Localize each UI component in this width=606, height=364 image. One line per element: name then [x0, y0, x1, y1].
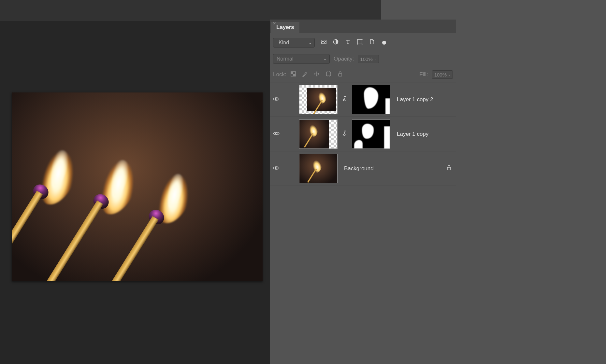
- opacity-value: 100%: [360, 56, 372, 62]
- visibility-toggle[interactable]: [272, 96, 280, 103]
- panel-tabstrip: Layers: [270, 20, 456, 33]
- fill-input[interactable]: 100% ⌄: [432, 70, 453, 79]
- layer-row[interactable]: Background: [270, 151, 456, 186]
- visibility-toggle[interactable]: [272, 131, 280, 137]
- svg-rect-12: [293, 74, 296, 76]
- lock-label: Lock:: [273, 71, 286, 78]
- filter-adjustment-icon[interactable]: [333, 39, 339, 47]
- document-canvas[interactable]: [12, 92, 263, 281]
- svg-point-8: [357, 44, 358, 45]
- visibility-toggle[interactable]: [272, 165, 280, 172]
- right-gutter: [456, 0, 606, 364]
- svg-point-17: [275, 167, 277, 169]
- lock-transparency-icon[interactable]: [290, 71, 296, 78]
- blend-mode-dropdown[interactable]: Normal ⌄: [273, 54, 330, 64]
- chevron-down-icon: ⌄: [374, 57, 377, 61]
- layers-panel: × Layers Kind ⌄ Normal ⌄ Opacity: 100%: [270, 20, 456, 364]
- mask-link-icon[interactable]: [342, 130, 347, 138]
- filter-pixel-icon[interactable]: [321, 39, 327, 47]
- opacity-input[interactable]: 100% ⌄: [358, 55, 379, 63]
- svg-point-3: [325, 40, 325, 41]
- layers-list: Layer 1 copy 2 Layer 1 copy: [270, 82, 456, 186]
- layer-filter-row: Kind ⌄: [270, 33, 456, 51]
- filter-kind-label: Kind: [279, 40, 289, 46]
- lock-icon: [446, 165, 453, 172]
- lock-pixels-icon[interactable]: [302, 71, 308, 78]
- opacity-label: Opacity:: [334, 56, 354, 62]
- svg-rect-13: [326, 72, 330, 76]
- layer-mask-thumbnail[interactable]: [352, 119, 390, 149]
- svg-point-7: [362, 39, 363, 40]
- filter-toggle[interactable]: [382, 41, 386, 45]
- layer-name[interactable]: Layer 1 copy 2: [395, 96, 433, 103]
- mask-link-icon[interactable]: [342, 95, 347, 104]
- svg-point-16: [275, 133, 277, 134]
- blend-mode-label: Normal: [277, 56, 294, 62]
- layer-name[interactable]: Background: [342, 165, 374, 172]
- fill-label: Fill:: [419, 71, 428, 78]
- lock-row: Lock: Fill: 100% ⌄: [270, 67, 456, 82]
- layer-name[interactable]: Layer 1 copy: [395, 131, 428, 137]
- fill-value: 100%: [434, 72, 447, 77]
- svg-rect-11: [291, 72, 293, 74]
- chevron-down-icon: ⌄: [309, 40, 312, 45]
- canvas-artwork: [12, 149, 69, 269]
- filter-kind-dropdown[interactable]: Kind ⌄: [273, 38, 315, 48]
- layer-thumbnail[interactable]: [299, 85, 338, 114]
- svg-point-6: [357, 39, 358, 40]
- layer-row[interactable]: Layer 1 copy 2: [270, 82, 456, 117]
- svg-rect-18: [447, 167, 451, 170]
- chevron-down-icon: ⌄: [324, 57, 327, 61]
- svg-rect-5: [358, 40, 362, 44]
- lock-artboard-icon[interactable]: [325, 71, 331, 78]
- lock-all-icon[interactable]: [337, 71, 343, 78]
- filter-smartobject-icon[interactable]: [369, 39, 375, 47]
- svg-rect-14: [339, 74, 342, 76]
- filter-type-icon[interactable]: [345, 39, 351, 47]
- lock-position-icon[interactable]: [314, 71, 320, 78]
- layer-thumbnail[interactable]: [299, 119, 338, 149]
- layer-row[interactable]: Layer 1 copy: [270, 117, 456, 151]
- canvas-stage: [0, 21, 270, 364]
- svg-point-15: [275, 98, 277, 100]
- layer-thumbnail[interactable]: [299, 154, 338, 183]
- close-icon[interactable]: ×: [272, 21, 277, 25]
- svg-point-9: [362, 44, 363, 45]
- chevron-down-icon: ⌄: [448, 73, 451, 77]
- filter-shape-icon[interactable]: [357, 39, 363, 47]
- layer-mask-thumbnail[interactable]: [352, 85, 390, 114]
- blend-row: Normal ⌄ Opacity: 100% ⌄: [270, 51, 456, 67]
